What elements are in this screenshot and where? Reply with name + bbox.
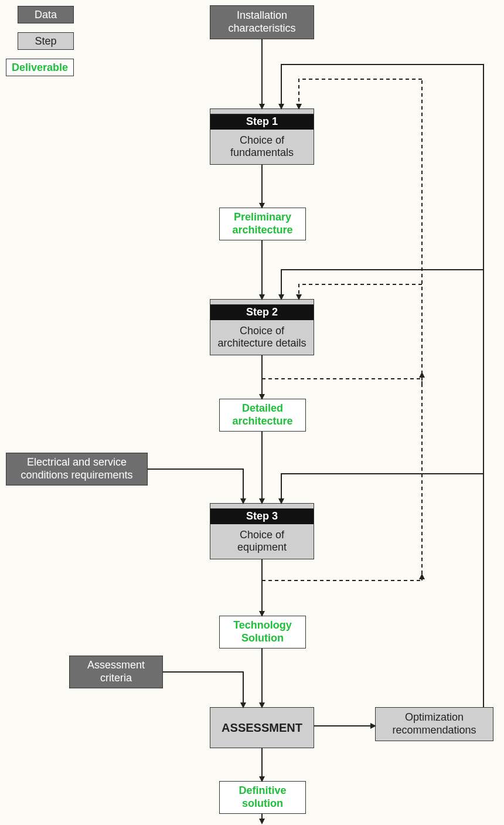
- node-installation: Installationcharacteristics: [210, 5, 314, 39]
- prelim-arch-text: Preliminaryarchitecture: [232, 211, 292, 236]
- elec-reqs-text: Electrical and serviceconditions require…: [21, 456, 132, 481]
- node-optimization: Optimizationrecommendations: [375, 707, 493, 741]
- step2-body: Choice ofarchitecture details: [214, 320, 309, 355]
- definitive-text: Definitivesolution: [239, 785, 286, 810]
- step2-strip: [210, 300, 314, 305]
- node-detailed-architecture: Detailedarchitecture: [219, 399, 306, 432]
- node-assessment: ASSESSMENT: [210, 707, 314, 748]
- step1-body-text: Choice offundamentals: [230, 134, 294, 159]
- step3-body-text: Choice ofequipment: [237, 529, 287, 554]
- assess-criteria-text: Assessmentcriteria: [87, 659, 145, 684]
- step1-strip: [210, 109, 314, 114]
- node-technology-solution: TechnologySolution: [219, 616, 306, 649]
- node-step2: Step 2 Choice ofarchitecture details: [210, 299, 314, 355]
- step2-title: Step 2: [210, 305, 314, 320]
- step1-body: Choice offundamentals: [227, 130, 297, 164]
- assessment-text: ASSESSMENT: [222, 721, 302, 735]
- step3-strip: [210, 504, 314, 509]
- node-definitive-solution: Definitivesolution: [219, 781, 306, 814]
- tech-solution-text: TechnologySolution: [233, 619, 292, 644]
- optim-text: Optimizationrecommendations: [392, 711, 476, 736]
- node-assessment-criteria: Assessmentcriteria: [69, 656, 163, 688]
- legend-data: Data: [18, 6, 74, 23]
- node-elec-reqs: Electrical and serviceconditions require…: [6, 453, 148, 486]
- step3-body: Choice ofequipment: [234, 524, 290, 559]
- diagram-canvas: { "legend": { "data": "Data", "step": "S…: [0, 0, 504, 825]
- step1-title: Step 1: [210, 114, 314, 130]
- step3-title: Step 3: [210, 509, 314, 524]
- legend-deliverable: Deliverable: [6, 59, 74, 76]
- node-step1: Step 1 Choice offundamentals: [210, 108, 314, 165]
- node-preliminary-architecture: Preliminaryarchitecture: [219, 208, 306, 240]
- detailed-arch-text: Detailedarchitecture: [232, 402, 292, 427]
- node-installation-text: Installationcharacteristics: [228, 9, 295, 35]
- legend-step: Step: [18, 32, 74, 50]
- node-step3: Step 3 Choice ofequipment: [210, 503, 314, 559]
- step2-body-text: Choice ofarchitecture details: [217, 325, 306, 350]
